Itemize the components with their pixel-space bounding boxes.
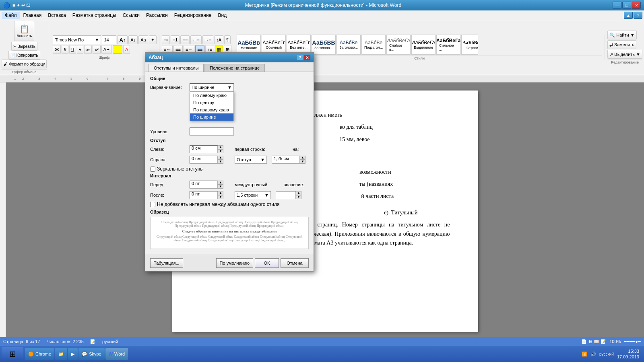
menu-file[interactable]: Файл: [2, 12, 20, 19]
close-button[interactable]: ✕: [632, 2, 641, 9]
cancel-button[interactable]: Отмена: [281, 258, 309, 268]
bold-button[interactable]: Ж: [53, 45, 61, 54]
strikethrough-button[interactable]: ч: [77, 45, 83, 54]
subscript-button[interactable]: x₂: [84, 45, 92, 54]
taskbar-media[interactable]: ▶: [68, 348, 78, 360]
line-spacing-selector[interactable]: 1,5 строки ▼: [235, 191, 271, 199]
tab-button[interactable]: Табуляция...: [150, 258, 183, 268]
after-input[interactable]: 0 пт: [190, 191, 218, 199]
decrease-indent-button[interactable]: ←≡: [190, 35, 201, 44]
style-no-spacing[interactable]: АаБбВеГг Без инте...: [287, 35, 311, 55]
minimize-button[interactable]: —: [613, 2, 621, 9]
style-heading2[interactable]: АаБбВе Заголово...: [336, 35, 361, 55]
select-button[interactable]: ↗ Выделить ▼: [607, 50, 642, 59]
before-down[interactable]: ▼: [218, 185, 223, 189]
paste-button[interactable]: 📋 Вставить: [14, 21, 34, 41]
show-marks-button[interactable]: ¶: [224, 35, 231, 44]
value-down[interactable]: ▼: [296, 195, 301, 199]
ok-button[interactable]: ОК: [255, 258, 279, 268]
taskbar-folder[interactable]: 📁: [55, 348, 67, 360]
tab-page-position[interactable]: Положение на странице: [204, 64, 265, 72]
italic-button[interactable]: К: [62, 45, 68, 54]
sort-button[interactable]: ↕A: [214, 35, 223, 44]
align-center-option[interactable]: По центру: [190, 99, 233, 106]
menu-view[interactable]: Вид: [215, 12, 230, 19]
numbering-button[interactable]: ≡1: [171, 35, 180, 44]
font-family-selector[interactable]: Times New Ro ▼: [53, 35, 101, 44]
multilevel-button[interactable]: ≡≡: [180, 35, 190, 44]
tab-indent-spacing[interactable]: Отступы и интервалы: [149, 64, 204, 72]
dialog-close-button[interactable]: ✕: [304, 55, 310, 60]
before-row: Перед: 0 пт ▲ ▼ междустрочный: значение:: [150, 181, 309, 189]
level-selector[interactable]: [190, 128, 234, 136]
before-input[interactable]: 0 пт: [190, 181, 218, 189]
change-case-button[interactable]: Aa: [138, 35, 148, 44]
style-strict[interactable]: АаБбВеГа Строгий: [461, 35, 478, 55]
on-input[interactable]: 1,25 см: [272, 156, 300, 164]
text-highlight-button[interactable]: ab: [113, 45, 122, 54]
taskbar-word[interactable]: WWord: [105, 348, 128, 360]
grow-font-button[interactable]: A↑: [117, 35, 128, 44]
right-input[interactable]: 0 см: [190, 156, 218, 164]
after-down[interactable]: ▼: [218, 195, 223, 199]
clear-format-button[interactable]: ✦: [149, 35, 157, 44]
increase-indent-button[interactable]: →≡: [202, 35, 213, 44]
font-size-input[interactable]: 14: [102, 35, 116, 44]
menu-mailings[interactable]: Рассылки: [143, 12, 171, 19]
replace-button[interactable]: ⇄ Заменить: [607, 40, 636, 49]
format-painter-button[interactable]: 🖌 Формат по образцу: [2, 60, 47, 68]
ribbon-collapse-button[interactable]: ▲: [624, 12, 633, 19]
default-button[interactable]: По умолчанию: [216, 258, 253, 268]
style-strong[interactable]: АаБбВеГа Сильное ...: [436, 35, 460, 55]
alignment-dropdown[interactable]: По ширине ▼: [190, 83, 234, 91]
left-down[interactable]: ▼: [218, 149, 223, 153]
start-button[interactable]: ⊞: [2, 347, 23, 361]
menu-review[interactable]: Рецензирование: [171, 12, 215, 19]
find-button[interactable]: 🔍 Найти ▼: [607, 31, 636, 39]
document-content[interactable]: НА ЛИС должен иметь: [6, 82, 644, 337]
interval-section-title: Интервал: [150, 173, 309, 178]
dialog-help-button[interactable]: ?: [297, 55, 303, 60]
style-normal[interactable]: АаБбВеГг Обычный: [262, 35, 286, 55]
copy-button[interactable]: 📄 Копировать: [8, 51, 40, 60]
align-left-option[interactable]: По левому краю: [190, 92, 233, 99]
before-up[interactable]: ▲: [218, 181, 223, 185]
bullets-button[interactable]: ≡•: [162, 35, 170, 44]
on-up[interactable]: ▲: [300, 156, 305, 160]
left-up[interactable]: ▲: [218, 145, 223, 149]
align-justify-option[interactable]: По ширине: [190, 113, 233, 121]
maximize-button[interactable]: □: [622, 2, 631, 9]
cut-button[interactable]: ✂ Вырезать: [11, 42, 37, 51]
zoom-slider[interactable]: ━━━━●━: [624, 339, 641, 344]
style-heading1[interactable]: АаБбВВ Заголово...: [312, 35, 336, 55]
help-button[interactable]: ?: [634, 12, 642, 19]
align-right-option[interactable]: По правому краю: [190, 106, 233, 113]
style-emphasis[interactable]: АаБбВеГа Выделение: [411, 35, 436, 55]
on-down[interactable]: ▼: [300, 160, 305, 164]
taskbar-chrome[interactable]: 🟠Chrome: [25, 348, 54, 360]
font-color-button[interactable]: A: [123, 45, 130, 54]
style-title[interactable]: АаБбВв Название: [237, 35, 261, 55]
taskbar-right: 📶 🔊 русский 15:33 17.09.2013: [582, 348, 642, 360]
shrink-font-button[interactable]: A↓: [128, 35, 138, 44]
left-input[interactable]: 0 см: [190, 145, 218, 153]
underline-button[interactable]: Ч: [69, 45, 76, 54]
value-input[interactable]: [276, 191, 296, 199]
superscript-button[interactable]: x²: [93, 45, 100, 54]
menu-home[interactable]: Главная: [20, 12, 45, 19]
mirror-checkbox[interactable]: [150, 167, 155, 172]
menu-insert[interactable]: Вставка: [45, 12, 69, 19]
no-add-checkbox[interactable]: [150, 202, 155, 207]
taskbar-skype[interactable]: 💬Skype: [78, 348, 105, 360]
right-down[interactable]: ▼: [218, 160, 223, 164]
style-subtitle[interactable]: АаБбВе Подзагол...: [361, 35, 386, 55]
value-up[interactable]: ▲: [296, 191, 301, 195]
text-effects-button[interactable]: A✦: [101, 45, 112, 54]
style-subtle[interactable]: АаБбВеГа Слабое в...: [386, 35, 411, 55]
first-line-selector[interactable]: Отступ ▼: [235, 156, 267, 164]
menu-references[interactable]: Ссылки: [120, 12, 143, 19]
after-up[interactable]: ▲: [218, 191, 223, 195]
right-up[interactable]: ▲: [218, 156, 223, 160]
menu-layout[interactable]: Разметка страницы: [69, 12, 120, 19]
sample-main-text: Следует обратить внимание на интервал ме…: [154, 229, 305, 233]
